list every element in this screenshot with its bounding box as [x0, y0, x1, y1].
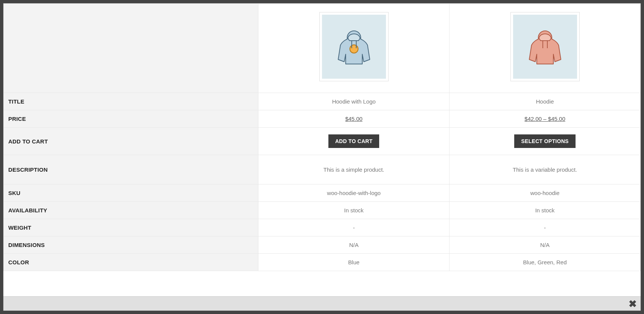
product-2-price[interactable]: $42.00 – $45.00	[524, 116, 565, 122]
row-title: Title Hoodie with Logo Hoodie	[4, 93, 641, 110]
compare-table: Title Hoodie with Logo Hoodie Price $45.…	[3, 3, 641, 271]
row-image	[4, 4, 641, 93]
product-1-cart-cell: Add to Cart	[258, 128, 450, 155]
product-1-availability: In stock	[258, 202, 450, 219]
product-2-color: Blue, Green, Red	[450, 254, 641, 271]
row-add-to-cart: Add to Cart Add to Cart Select Options	[4, 128, 641, 155]
row-description: Description This is a simple product. Th…	[4, 155, 641, 184]
add-to-cart-button[interactable]: Add to Cart	[328, 134, 379, 148]
row-color-label: Color	[4, 254, 258, 271]
product-1-thumb[interactable]	[322, 15, 386, 79]
product-2-availability: In stock	[450, 202, 641, 219]
row-dimensions: Dimensions N/A N/A	[4, 236, 641, 254]
product-2-cart-cell: Select Options	[450, 128, 641, 155]
product-1-image-cell	[258, 4, 450, 93]
row-weight: Weight - -	[4, 219, 641, 236]
row-title-label: Title	[4, 93, 258, 110]
row-weight-label: Weight	[4, 219, 258, 236]
product-2-image-cell	[450, 4, 641, 93]
product-2-price-cell: $42.00 – $45.00	[450, 110, 641, 128]
row-sku: SKU woo-hoodie-with-logo woo-hoodie	[4, 184, 641, 202]
row-color: Color Blue Blue, Green, Red	[4, 254, 641, 271]
select-options-button[interactable]: Select Options	[514, 134, 575, 148]
row-availability-label: Availability	[4, 202, 258, 219]
modal-footer: ✖	[3, 296, 641, 311]
row-availability: Availability In stock In stock	[4, 202, 641, 219]
product-2-dimensions: N/A	[450, 236, 641, 254]
svg-point-0	[350, 45, 358, 53]
compare-scroll-area[interactable]: Title Hoodie with Logo Hoodie Price $45.…	[3, 3, 641, 296]
row-dimensions-label: Dimensions	[4, 236, 258, 254]
product-1-weight: -	[258, 219, 450, 236]
product-1-color: Blue	[258, 254, 450, 271]
row-description-label: Description	[4, 155, 258, 184]
product-1-thumb-frame	[319, 12, 389, 81]
hoodie-icon	[522, 24, 568, 69]
hoodie-icon	[331, 24, 377, 69]
product-1-dimensions: N/A	[258, 236, 450, 254]
row-image-label	[4, 4, 258, 93]
product-1-description: This is a simple product.	[258, 155, 450, 184]
product-2-title: Hoodie	[450, 93, 641, 110]
product-2-weight: -	[450, 219, 641, 236]
product-1-title: Hoodie with Logo	[258, 93, 450, 110]
product-2-sku: woo-hoodie	[450, 184, 641, 202]
row-add-to-cart-label: Add to Cart	[4, 128, 258, 155]
product-1-price[interactable]: $45.00	[345, 116, 363, 122]
row-sku-label: SKU	[4, 184, 258, 202]
product-1-sku: woo-hoodie-with-logo	[258, 184, 450, 202]
product-2-thumb[interactable]	[513, 15, 577, 79]
compare-modal: Title Hoodie with Logo Hoodie Price $45.…	[3, 3, 641, 311]
row-price: Price $45.00 $42.00 – $45.00	[4, 110, 641, 128]
product-1-price-cell: $45.00	[258, 110, 450, 128]
close-icon[interactable]: ✖	[629, 299, 637, 309]
product-2-thumb-frame	[510, 12, 580, 81]
product-2-description: This is a variable product.	[450, 155, 641, 184]
row-price-label: Price	[4, 110, 258, 128]
